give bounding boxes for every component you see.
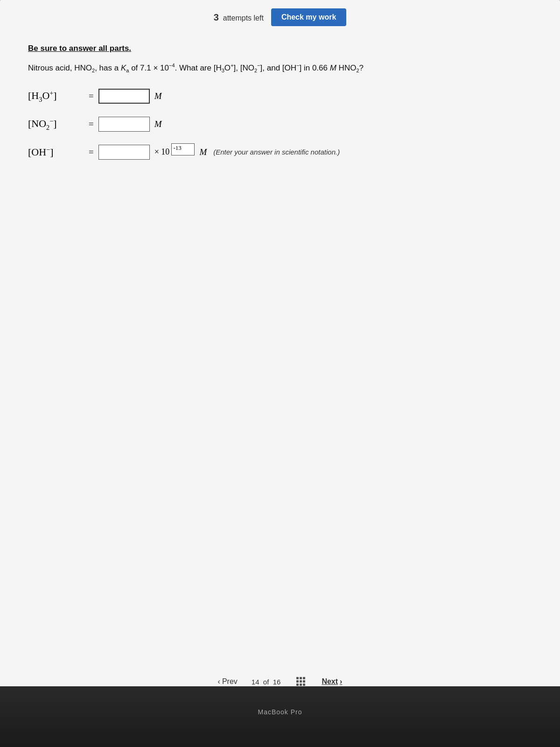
grid-icon[interactable] xyxy=(296,677,306,686)
no2-minus-unit: M xyxy=(154,119,162,129)
equals-sign-2: = xyxy=(89,119,94,129)
h3o-plus-row: [H3O+] = M xyxy=(28,89,532,104)
prev-label: Prev xyxy=(222,677,238,686)
exponent-value: -13 xyxy=(173,144,181,152)
macbook-strip: MacBook Pro xyxy=(0,686,560,747)
instruction-text: Be sure to answer all parts. xyxy=(28,44,532,53)
oh-minus-coefficient-input[interactable] xyxy=(98,145,150,160)
oh-minus-row: [OH−] = × 10 -13 M (Enter your answer in… xyxy=(28,145,532,160)
attempts-count: 3 xyxy=(214,12,219,22)
prev-arrow: ‹ xyxy=(218,677,220,686)
next-button[interactable]: Next › xyxy=(322,677,342,686)
macbook-label: MacBook Pro xyxy=(258,708,302,716)
prev-button[interactable]: ‹ Prev xyxy=(218,677,238,686)
total-pages: 16 xyxy=(273,678,281,686)
problem-statement: Nitrous acid, HNO2, has a Ka of 7.1 × 10… xyxy=(28,62,532,75)
h3o-plus-unit: M xyxy=(154,91,162,101)
no2-minus-label: [NO2−] xyxy=(28,118,84,131)
h3o-plus-input[interactable] xyxy=(98,89,150,104)
sci-note-hint: (Enter your answer in scientific notatio… xyxy=(213,148,340,156)
no2-minus-row: [NO2−] = M xyxy=(28,117,532,132)
exponent-box[interactable]: -13 xyxy=(171,143,195,155)
times-ten-label: × 10 xyxy=(154,147,170,157)
next-label: Next xyxy=(322,677,338,686)
oh-minus-unit: M xyxy=(199,147,207,157)
next-arrow: › xyxy=(340,677,342,686)
of-label: of xyxy=(263,678,269,686)
attempts-left: 3 attempts left xyxy=(214,12,264,23)
bottom-navigation: ‹ Prev 14 of 16 Next › xyxy=(0,677,560,686)
page-info: 14 of 16 xyxy=(252,678,281,686)
h3o-plus-label: [H3O+] xyxy=(28,90,84,103)
attempts-label: attempts left xyxy=(223,14,264,22)
no2-minus-input[interactable] xyxy=(98,117,150,132)
equals-sign-3: = xyxy=(89,147,94,157)
current-page: 14 xyxy=(252,678,259,686)
h3o-plus-input-wrapper[interactable] xyxy=(98,89,150,104)
question-area: Be sure to answer all parts. Nitrous aci… xyxy=(0,35,560,182)
top-bar: 3 attempts left Check my work xyxy=(0,0,560,35)
oh-minus-label: [OH−] xyxy=(28,146,84,157)
equals-sign-1: = xyxy=(89,91,94,101)
check-my-work-button[interactable]: Check my work xyxy=(271,8,346,26)
